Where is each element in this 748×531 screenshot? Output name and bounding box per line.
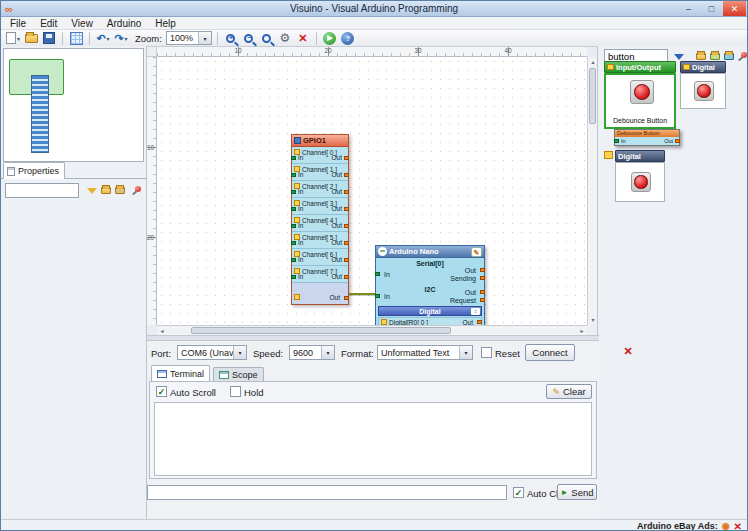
menu-help[interactable]: Help: [148, 17, 183, 30]
filter-edit-icon[interactable]: [85, 184, 98, 197]
properties-filter-input[interactable]: [5, 183, 79, 198]
redo-button[interactable]: ↷▾: [113, 31, 129, 46]
hold-checkbox[interactable]: [230, 386, 241, 397]
dropdown-icon[interactable]: ▾: [17, 35, 20, 42]
category-digital[interactable]: Digital: [680, 61, 726, 73]
pin-in[interactable]: [291, 258, 296, 262]
i2c-out-pin[interactable]: [480, 290, 485, 294]
maximize-button[interactable]: □: [700, 1, 723, 16]
run-button[interactable]: ▶: [322, 31, 338, 46]
menu-edit[interactable]: Edit: [33, 17, 64, 30]
reset-checkbox[interactable]: [481, 347, 492, 358]
send-input[interactable]: [147, 485, 507, 500]
pin-in[interactable]: [291, 275, 296, 279]
pin-out[interactable]: [344, 241, 349, 245]
gpio-channel[interactable]: Channel[ 5 ] InOut: [292, 232, 348, 249]
close-ads-icon[interactable]: ✕: [734, 521, 742, 531]
pin-in[interactable]: [291, 173, 296, 177]
vertical-scroll-thumb[interactable]: [589, 68, 596, 124]
ads-icon[interactable]: ◉: [722, 521, 730, 531]
stop-button[interactable]: ✕: [295, 31, 311, 46]
undo-button[interactable]: ↶▾: [95, 31, 111, 46]
gpio-body[interactable]: Out: [292, 283, 348, 304]
close-button[interactable]: ✕: [723, 1, 746, 16]
palette-item-digital-button-2[interactable]: [615, 162, 665, 202]
new-project-button[interactable]: ▾: [5, 31, 21, 46]
pin-out[interactable]: [344, 224, 349, 228]
gpio-channel[interactable]: Channel[ 3 ] InOut: [292, 198, 348, 215]
pin-in[interactable]: [291, 241, 296, 245]
minimize-button[interactable]: –: [677, 1, 700, 16]
pin-properties-icon[interactable]: [129, 184, 142, 197]
serial-sending-pin[interactable]: [480, 276, 485, 280]
send-button[interactable]: ► Send: [557, 484, 597, 500]
pin-out[interactable]: [344, 258, 349, 262]
category-digital-2[interactable]: Digital: [615, 150, 665, 162]
speed-select[interactable]: 9600▾: [289, 345, 335, 360]
pin-in[interactable]: [291, 156, 296, 160]
dropdown-icon[interactable]: ▾: [198, 32, 211, 44]
dropdown-icon[interactable]: ▾: [125, 35, 128, 42]
pin-out[interactable]: [344, 173, 349, 177]
pin-in[interactable]: [291, 224, 296, 228]
close-terminal-panel-button[interactable]: ✕: [621, 344, 635, 358]
expand-collapse-icon[interactable]: ↕: [471, 308, 480, 315]
gpio-channel[interactable]: Channel[ 4 ] InOut: [292, 215, 348, 232]
gpio-channel[interactable]: Channel[ 2 ] InOut: [292, 181, 348, 198]
design-canvas[interactable]: GPIO1 Channel[ 0 ] InOut Channel[ 1 ] In…: [157, 57, 587, 325]
collapse-categories-icon[interactable]: [113, 184, 126, 197]
pin-out[interactable]: [344, 190, 349, 194]
pin-in[interactable]: [291, 207, 296, 211]
arduino-header[interactable]: ∞ Arduino Nano ✎: [376, 246, 484, 258]
open-project-button[interactable]: [23, 31, 39, 46]
tab-scope[interactable]: Scope: [213, 367, 264, 381]
arduino-in-pin[interactable]: [375, 272, 380, 276]
gpio-out-pin[interactable]: [344, 296, 349, 300]
gpio-component[interactable]: GPIO1 Channel[ 0 ] InOut Channel[ 1 ] In…: [291, 134, 349, 305]
gpio-channel[interactable]: Channel[ 0 ] InOut: [292, 147, 348, 164]
terminal-output-area[interactable]: [154, 402, 592, 476]
auto-clear-checkbox[interactable]: ✓: [513, 487, 524, 498]
menu-arduino[interactable]: Arduino: [100, 17, 148, 30]
build-settings-button[interactable]: ⚙: [277, 31, 293, 46]
vertical-scrollbar[interactable]: ▴ ▾: [587, 57, 597, 325]
digital-section-header[interactable]: Digital ↕: [378, 306, 482, 316]
palette-item-debounce-button[interactable]: Debounce Button: [604, 73, 676, 129]
save-project-button[interactable]: [41, 31, 57, 46]
pin-in[interactable]: [291, 190, 296, 194]
zoom-in-button[interactable]: +: [223, 31, 239, 46]
arduino-component[interactable]: ∞ Arduino Nano ✎ Serial[0] Out Sending I…: [375, 245, 485, 325]
gpio-header[interactable]: GPIO1: [292, 135, 348, 147]
format-select[interactable]: Unformatted Text▾: [377, 345, 473, 360]
port-select[interactable]: COM6 (Unav▾: [177, 345, 247, 360]
overview-minimap[interactable]: [3, 48, 144, 162]
horizontal-scrollbar[interactable]: ◂ ▸: [157, 325, 587, 335]
edit-arduino-button[interactable]: ✎: [471, 247, 482, 257]
palette-item-digital-button[interactable]: [680, 73, 726, 109]
pin-out[interactable]: [344, 275, 349, 279]
dropdown-icon[interactable]: ▾: [233, 346, 246, 359]
connection-wire[interactable]: [349, 293, 375, 295]
menu-view[interactable]: View: [64, 17, 100, 30]
clear-button[interactable]: ✎ Clear: [546, 384, 592, 399]
connect-button[interactable]: Connect: [525, 344, 575, 361]
select-board-button[interactable]: [68, 31, 84, 46]
zoom-out-button[interactable]: −: [241, 31, 257, 46]
digital-out-pin[interactable]: [477, 320, 482, 324]
category-input-output[interactable]: Input/Output: [604, 61, 676, 73]
help-button[interactable]: ?: [340, 31, 356, 46]
pin-out[interactable]: [344, 156, 349, 160]
gpio-channel[interactable]: Channel[ 1 ] InOut: [292, 164, 348, 181]
horizontal-scroll-thumb[interactable]: [191, 327, 451, 334]
zoom-select[interactable]: 100%▾: [166, 31, 212, 45]
i2c-request-pin[interactable]: [480, 298, 485, 302]
menu-file[interactable]: File: [3, 17, 33, 30]
i2c-in-pin[interactable]: [375, 294, 380, 298]
tab-terminal[interactable]: Terminal: [151, 365, 210, 381]
digital-channel[interactable]: Digital[R0[ 0 ] Out: [378, 317, 482, 325]
category-icon[interactable]: [604, 151, 613, 159]
gpio-channel[interactable]: Channel[ 6 ] InOut: [292, 249, 348, 266]
gpio-channel[interactable]: Channel[ 7 ] InOut: [292, 266, 348, 283]
pin-out[interactable]: [344, 207, 349, 211]
expand-categories-icon[interactable]: [99, 184, 112, 197]
